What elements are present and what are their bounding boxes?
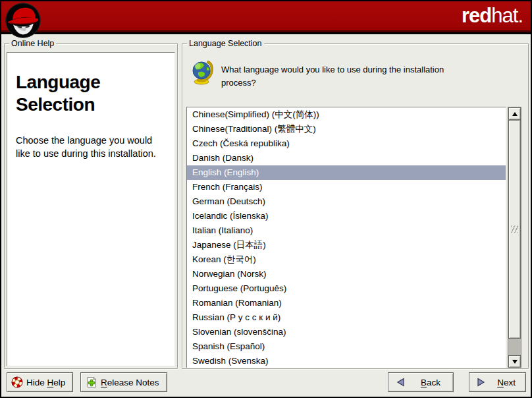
language-option[interactable]: Norwegian (Norsk) xyxy=(187,267,506,281)
next-label: Next xyxy=(497,378,516,387)
header-red-band xyxy=(1,1,531,30)
language-option[interactable]: French (Français) xyxy=(187,180,506,194)
language-option[interactable]: Chinese(Simplified) (中文(简体)) xyxy=(187,107,506,122)
release-notes-button[interactable]: Release Notes xyxy=(80,372,167,392)
language-option[interactable]: Czech (Česká republika) xyxy=(187,136,506,151)
help-body-text: Choose the language you would like to us… xyxy=(16,134,166,160)
language-option[interactable]: Slovenian (slovenščina) xyxy=(187,325,506,339)
language-option[interactable]: English (English) xyxy=(187,165,506,180)
language-option[interactable]: Portuguese (Português) xyxy=(187,281,506,296)
hide-help-button[interactable]: Hide Help xyxy=(7,372,73,392)
release-notes-label: Release Notes xyxy=(101,378,159,387)
arrow-up-icon xyxy=(512,112,518,116)
scrollbar-grip-icon xyxy=(511,226,518,233)
brand-hat-text: hat xyxy=(491,4,518,27)
language-option[interactable]: Chinese(Traditional) (繁體中文) xyxy=(187,122,506,136)
brand-red-text: red xyxy=(462,4,491,27)
back-arrow-icon xyxy=(396,377,406,387)
language-option[interactable]: Spanish (Español) xyxy=(187,339,506,354)
scrollbar-thumb[interactable] xyxy=(508,120,521,339)
back-button[interactable]: Back xyxy=(388,372,454,392)
life-buoy-icon xyxy=(11,376,23,388)
language-list-scrollbar[interactable] xyxy=(508,107,521,368)
help-content-area: Language Selection Choose the language y… xyxy=(7,52,175,366)
language-option[interactable]: Japanese (日本語) xyxy=(187,238,506,252)
language-prompt-text: What language would you like to use duri… xyxy=(221,63,460,89)
arrow-down-icon xyxy=(512,360,518,364)
release-notes-icon xyxy=(86,376,97,388)
redhat-shadowman-logo-icon xyxy=(5,2,41,39)
language-option[interactable]: Russian (Р у с с к и й) xyxy=(187,310,506,325)
back-label: Back xyxy=(421,378,440,387)
installer-window: redhat. Online Help Language Selection C… xyxy=(0,0,532,398)
next-arrow-icon xyxy=(475,377,486,387)
redhat-wordmark: redhat. xyxy=(462,4,523,28)
language-option[interactable]: Swedish (Svenska) xyxy=(187,354,506,368)
language-option[interactable]: Romanian (Romanian) xyxy=(187,296,506,310)
language-selection-frame-label: Language Selection xyxy=(187,39,264,49)
language-option[interactable]: Icelandic (Íslenska) xyxy=(187,209,506,223)
online-help-panel: Online Help Language Selection Choose th… xyxy=(4,43,178,369)
next-button[interactable]: Next xyxy=(469,372,526,392)
hide-help-label: Hide Help xyxy=(26,378,65,387)
scroll-down-button[interactable] xyxy=(508,355,521,368)
button-bar: Hide Help Release Notes Back Next xyxy=(1,368,531,397)
language-selection-panel: Language Selection What language would y… xyxy=(182,43,529,369)
header-black-line xyxy=(1,32,531,34)
language-option[interactable]: Danish (Dansk) xyxy=(187,151,506,165)
globe-icon xyxy=(189,59,215,85)
language-rows-container: Chinese(Simplified) (中文(简体))Chinese(Trad… xyxy=(187,107,506,368)
language-option[interactable]: Italian (Italiano) xyxy=(187,223,506,238)
language-option[interactable]: German (Deutsch) xyxy=(187,194,506,209)
help-title: Language Selection xyxy=(16,71,166,116)
language-list[interactable]: Chinese(Simplified) (中文(简体))Chinese(Trad… xyxy=(186,107,506,368)
brand-dot: . xyxy=(518,4,523,27)
header-bar: redhat. xyxy=(1,1,531,34)
online-help-frame-label: Online Help xyxy=(9,39,56,49)
language-option[interactable]: Korean (한국어) xyxy=(187,252,506,267)
scroll-up-button[interactable] xyxy=(508,107,521,120)
